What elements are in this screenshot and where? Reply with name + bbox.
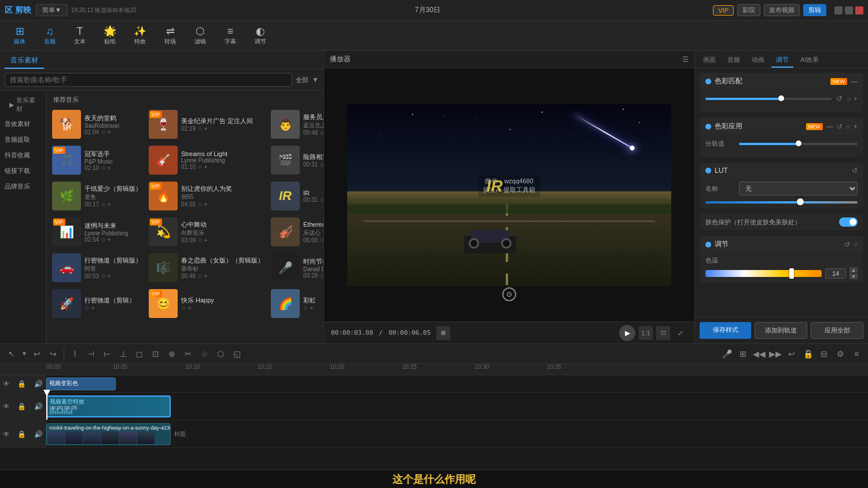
tl-loop[interactable]: ⊕	[165, 347, 179, 361]
plus-icon[interactable]: +	[854, 95, 858, 103]
main-video-clip[interactable]: 视频素空特效 00:00:06:05	[46, 395, 171, 417]
list-item[interactable]: 🎬 险路相逢（主题曲） 00:31 ☆ +	[269, 143, 323, 177]
zoom-icon[interactable]: 1:1	[639, 326, 653, 340]
tab-music-material[interactable]: 音乐素材	[5, 53, 44, 69]
tl-hex[interactable]: ⬡	[214, 347, 227, 361]
toolbar-item-transition[interactable]: ⇌ 转场	[156, 23, 184, 49]
list-item[interactable]: 🎼 春之恋曲（女版）（剪辑版） 蓉布衫 00:48 ☆ +	[146, 251, 266, 284]
close-button[interactable]	[855, 6, 863, 14]
color-protect-toggle[interactable]	[839, 217, 858, 227]
edit-button[interactable]: 剪辑	[803, 4, 826, 16]
hue-reset-icon[interactable]: ↺	[844, 241, 850, 249]
tab-audio[interactable]: 音频	[723, 53, 745, 68]
list-item[interactable]: 🌈 彩虹 ☆ +	[269, 287, 323, 320]
hue-gradient-bar[interactable]	[705, 270, 822, 277]
plus-icon2[interactable]: ○	[846, 123, 850, 131]
fullscreen-icon[interactable]: ⤢	[674, 326, 687, 340]
circle-icon[interactable]: ○	[847, 95, 851, 103]
list-item[interactable]: 🎻 Ethereal Whispers 空灵的低语 乐达心 06:00 ☆ +	[269, 215, 323, 249]
toolbar-item-text[interactable]: T 文本	[66, 23, 94, 49]
list-item[interactable]: IR IR 00:31 ☆ +	[269, 179, 323, 213]
tl-back[interactable]: ↩	[785, 347, 799, 361]
track-lock-icon[interactable]: 🔒	[17, 380, 26, 388]
track-vol-icon[interactable]: 🔊	[34, 380, 43, 388]
lut-header[interactable]: LUT ↺	[700, 163, 863, 178]
tl-settings[interactable]: ⚙	[833, 347, 847, 361]
tl-cut[interactable]: ✂	[181, 347, 195, 361]
sub-track-slider[interactable]	[739, 143, 858, 145]
list-item[interactable]: 🚀 行密驰道（剪辑） ☆ +	[50, 287, 144, 320]
tl-zoom-next[interactable]: ▶▶	[768, 347, 782, 361]
tl-star[interactable]: ☆	[197, 347, 211, 361]
cinema-button[interactable]: 影院	[737, 4, 760, 16]
list-item[interactable]: 📊 VIP 迷惘与未来 Lynne Publishing 02:54 ☆ +	[50, 215, 144, 249]
track-lock-icon2[interactable]: 🔒	[17, 402, 26, 411]
mode-tab[interactable]: 简单▼	[36, 4, 68, 16]
tab-picture[interactable]: 画面	[698, 53, 720, 68]
tl-adjust[interactable]: ≡	[849, 347, 863, 361]
hue-value-input[interactable]: 14	[825, 268, 846, 279]
tl-split[interactable]: ⌇	[68, 347, 82, 361]
color-adjust-header[interactable]: 色彩应用 NEW — ↺ ○ +	[700, 118, 863, 135]
reset-icon2[interactable]: ↺	[837, 123, 843, 131]
vip-button[interactable]: VIP	[713, 5, 734, 16]
color-match-header[interactable]: 色彩匹配 NEW —	[700, 73, 863, 90]
list-item[interactable]: 👨 服务员上酒 蓝云北上 00:48 ☆ +	[269, 108, 323, 141]
play-button[interactable]: ▶	[619, 325, 635, 341]
track-vol-icon2[interactable]: 🔊	[34, 402, 43, 411]
hue-header[interactable]: 调节 ↺ ○	[700, 236, 863, 253]
frame-size-btn[interactable]: ⊞	[436, 326, 450, 340]
list-item[interactable]: 🔥 VIP 别让虎你的人为奖 倒55 04:55 ☆ +	[146, 179, 266, 213]
list-item[interactable]: 🌿 千纸爱少（剪辑版） 老鱼 00:17 ☆ +	[50, 179, 144, 213]
publish-button[interactable]: 发布视频	[764, 4, 800, 16]
tl-trim-start[interactable]: ⊣	[84, 347, 98, 361]
tl-dropdown-arrow[interactable]: ▼	[21, 347, 28, 361]
lut-reset-icon[interactable]: ↺	[852, 167, 858, 175]
list-item[interactable]: 🎵 VIP 冠军选手 P&P Music 02:10 ☆ +	[50, 143, 144, 177]
label-clip[interactable]: 视频变彩色	[46, 378, 116, 390]
preview-menu-icon[interactable]: ☰	[682, 56, 689, 64]
filter-icon[interactable]: ▼	[312, 76, 319, 84]
track-lock-icon3[interactable]: 🔒	[17, 430, 26, 438]
tab-adjust[interactable]: 调节	[771, 53, 793, 68]
tl-lock[interactable]: 🔒	[801, 347, 815, 361]
list-item[interactable]: 😊 VIP 快乐 Happy ☆ +	[146, 287, 266, 320]
tl-zoom-prev[interactable]: ◀◀	[752, 347, 766, 361]
tl-zoom-in[interactable]: ⊞	[736, 347, 750, 361]
list-item[interactable]: 💫 VIP 心中舞动 向辉音乐 03:09 ☆ +	[146, 215, 266, 249]
color-match-slider[interactable]	[705, 98, 832, 100]
lut-intensity-slider[interactable]	[705, 201, 858, 204]
list-item[interactable]: 🎸 Streams of Light Lynne Publishing 01:1…	[146, 143, 266, 177]
toolbar-item-sticker[interactable]: 🌟 贴纸	[96, 23, 124, 49]
add-to-track-button[interactable]: 添加到轨道	[755, 322, 807, 339]
list-item[interactable]: 🐕 夜天的堂鹤 SauRobinson 01:04 ☆ +	[50, 108, 144, 141]
tl-mic[interactable]: 🎤	[720, 347, 734, 361]
hue-increment-button[interactable]: ▲	[849, 267, 858, 273]
fit-icon[interactable]: ⊡	[656, 326, 670, 340]
track-eye-icon[interactable]: 👁	[3, 380, 10, 388]
nav-item-sfx[interactable]: 音效素材	[0, 116, 46, 132]
list-item[interactable]: 🚗 行密驰道（剪辑版） 阿里 00:53 ☆ +	[50, 251, 144, 284]
list-item[interactable]: 🎤 时尚节奏魅力炫妆 - Get it All Danail Draganor …	[269, 251, 323, 284]
nav-item-download[interactable]: 链接下载	[0, 163, 46, 179]
list-item[interactable]: 🍷 VIP 美金纪录片广告 定注人间 02:19 ☆ +	[146, 108, 266, 141]
tl-snap[interactable]: ⊟	[817, 347, 831, 361]
more-icon[interactable]: +	[854, 123, 858, 131]
toolbar-item-effects[interactable]: ✨ 特效	[126, 23, 154, 49]
track-eye-icon3[interactable]: 👁	[3, 430, 10, 438]
toolbar-item-filter[interactable]: ⬡ 滤镜	[186, 23, 214, 49]
toolbar-item-adjust[interactable]: ◐ 调节	[247, 23, 274, 49]
tab-animation[interactable]: 动画	[747, 53, 769, 68]
tl-crop[interactable]: ◱	[230, 347, 244, 361]
tl-redo[interactable]: ↪	[46, 347, 60, 361]
tl-freeze[interactable]: ⊡	[149, 347, 163, 361]
audio-clip[interactable]: mixkit-traveling-on-the-highway-on-a-sun…	[46, 423, 171, 445]
reset-icon[interactable]: ↺	[836, 94, 843, 103]
toolbar-item-audio[interactable]: ♫ 音频	[36, 23, 64, 49]
nav-item-extract[interactable]: 音频提取	[0, 132, 46, 147]
hue-decrement-button[interactable]: ▼	[849, 273, 858, 279]
center-indicator[interactable]: ⊙	[502, 287, 516, 301]
tl-undo[interactable]: ↩	[30, 347, 44, 361]
toolbar-item-media[interactable]: ⊞ 媒体	[6, 23, 34, 49]
filter-button[interactable]: 全部	[296, 76, 308, 84]
